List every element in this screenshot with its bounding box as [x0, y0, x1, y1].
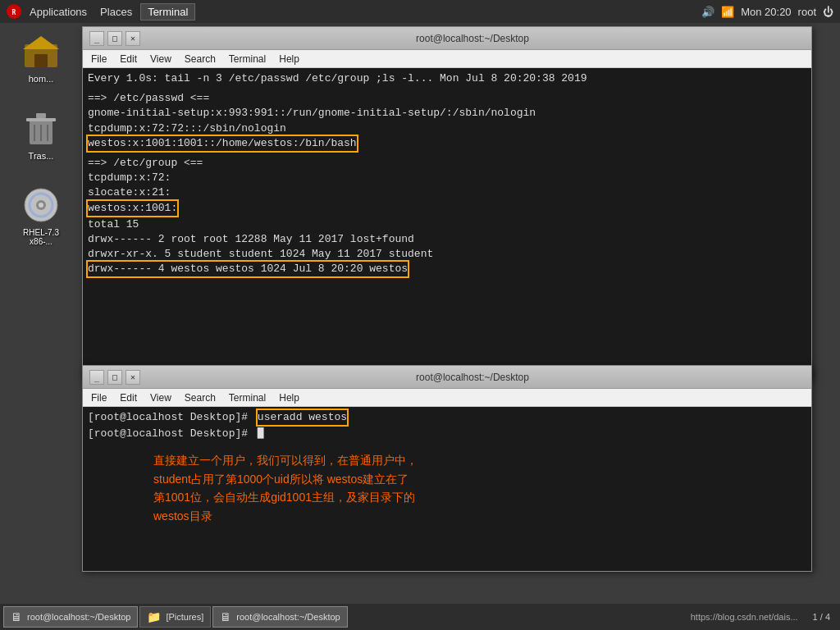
- taskbar-bottom: 🖥 root@localhost:~/Desktop 📁 [Pictures] …: [0, 604, 840, 630]
- rhel-logo: R: [7, 4, 21, 19]
- terminal-title-1: root@localhost:~/Desktop: [140, 33, 805, 44]
- passwd-line3-highlight: westos:x:1001:1001::/home/westos:/bin/ba…: [88, 136, 806, 151]
- terminal-window-2: _ □ ✕ root@localhost:~/Desktop File Edit…: [82, 365, 812, 572]
- passwd-westos-highlight: westos:x:1001:1001::/home/westos:/bin/ba…: [88, 136, 357, 151]
- taskbar-top: R Applications Places Terminal 🔊 📶 Mon 2…: [0, 0, 840, 23]
- terminal-icon-2: 🖥: [220, 610, 231, 623]
- taskbar-page: 1 / 4: [806, 610, 837, 623]
- menu-help-1[interactable]: Help: [274, 52, 304, 66]
- svg-rect-6: [26, 118, 56, 121]
- ls-line1: drwx------ 2 root root 12288 May 11 2017…: [88, 232, 806, 247]
- taskbar-label-terminal-1: root@localhost:~/Desktop: [27, 612, 130, 622]
- menu-file-1[interactable]: File: [86, 52, 112, 66]
- taskbar-item-terminal-2[interactable]: 🖥 root@localhost:~/Desktop: [212, 606, 347, 628]
- group-line3-highlight: westos:x:1001:: [88, 201, 806, 216]
- menu-view-1[interactable]: View: [145, 52, 176, 66]
- places-menu[interactable]: Places: [95, 4, 137, 20]
- close-button-2[interactable]: ✕: [126, 370, 140, 385]
- menu-search-1[interactable]: Search: [180, 52, 221, 66]
- ls-westos-highlight: drwx------ 4 westos westos 1024 Jul 8 20…: [88, 262, 408, 276]
- header-line: Every 1.0s: tail -n 3 /etc/passwd /etc/g…: [88, 71, 806, 86]
- terminal-menu-top[interactable]: Terminal: [140, 3, 195, 21]
- prompt-2: [root@localhost Desktop]#: [88, 427, 248, 440]
- menu-file-2[interactable]: File: [86, 390, 112, 405]
- terminal-body-1[interactable]: Every 1.0s: tail -n 3 /etc/passwd /etc/g…: [83, 68, 811, 380]
- network-icon[interactable]: 📶: [721, 6, 734, 18]
- applications-menu[interactable]: Applications: [25, 4, 92, 20]
- window-controls-1: _ □ ✕: [89, 31, 140, 46]
- passwd-line1: gnome-initial-setup:x:993:991::/run/gnom…: [88, 106, 806, 121]
- maximize-button-2[interactable]: □: [107, 370, 122, 385]
- maximize-button-1[interactable]: □: [107, 31, 122, 46]
- annotation-text: 直接建立一个用户，我们可以得到，在普通用户中， student占用了第1000个…: [153, 451, 806, 525]
- svg-text:R: R: [12, 9, 16, 16]
- svg-point-13: [39, 203, 43, 208]
- ls-total: total 15: [88, 217, 806, 232]
- terminal-icon-1: 🖥: [11, 610, 22, 623]
- power-icon[interactable]: ⏻: [823, 6, 833, 18]
- taskbar-label-terminal-2: root@localhost:~/Desktop: [236, 612, 340, 622]
- time-display: Mon 20:20: [741, 6, 791, 18]
- taskbar-url: https://blog.csdn.net/dais...: [684, 610, 805, 623]
- group-line1: tcpdump:x:72:: [88, 171, 806, 185]
- terminal-titlebar-1: _ □ ✕ root@localhost:~/Desktop: [83, 27, 811, 50]
- terminal-title-2: root@localhost:~/Desktop: [140, 372, 805, 383]
- group-line2: slocate:x:21:: [88, 185, 806, 200]
- group-westos-highlight: westos:x:1001:: [88, 201, 177, 216]
- volume-icon[interactable]: 🔊: [701, 6, 714, 18]
- useradd-command-highlight: useradd westos: [258, 410, 347, 425]
- folder-icon: 📁: [147, 610, 161, 623]
- terminal-menubar-2: File Edit View Search Terminal Help: [83, 389, 811, 407]
- terminal-menubar-1: File Edit View Search Terminal Help: [83, 50, 811, 68]
- menu-edit-1[interactable]: Edit: [115, 52, 142, 66]
- menu-view-2[interactable]: View: [145, 390, 176, 405]
- cursor: █: [258, 427, 264, 440]
- ls-line3-highlight: drwx------ 4 westos westos 1024 Jul 8 20…: [88, 262, 806, 276]
- svg-marker-3: [23, 36, 59, 49]
- trash-folder-icon: [21, 108, 61, 148]
- menu-terminal-2[interactable]: Terminal: [224, 390, 271, 405]
- user-display: root: [798, 6, 816, 18]
- trash-icon-desktop[interactable]: Tras...: [21, 108, 61, 161]
- menu-help-2[interactable]: Help: [274, 390, 304, 405]
- menu-edit-2[interactable]: Edit: [115, 390, 142, 405]
- dvd-icon-desktop[interactable]: RHEL-7.3 x86-...: [21, 185, 61, 246]
- dvd-disk-icon: [21, 185, 61, 225]
- minimize-button-1[interactable]: _: [89, 31, 104, 46]
- minimize-button-2[interactable]: _: [89, 370, 104, 385]
- window-controls-2: _ □ ✕: [89, 370, 140, 385]
- command-line-1: [root@localhost Desktop]# useradd westos: [88, 410, 806, 425]
- menu-terminal-1[interactable]: Terminal: [224, 52, 271, 66]
- trash-icon-label: Tras...: [29, 151, 54, 161]
- home-icon-label: hom...: [29, 74, 54, 84]
- terminal-window-1: _ □ ✕ root@localhost:~/Desktop File Edit…: [82, 26, 812, 381]
- home-icon-desktop[interactable]: hom...: [21, 31, 61, 84]
- home-folder-icon: [21, 31, 61, 71]
- command-line-2: [root@localhost Desktop]# █: [88, 427, 806, 441]
- url-text: https://blog.csdn.net/dais...: [691, 612, 798, 622]
- passwd-line2: tcpdump:x:72:72:::/sbin/nologin: [88, 121, 806, 136]
- dvd-icon-label: RHEL-7.3 x86-...: [23, 228, 59, 246]
- prompt-1: [root@localhost Desktop]#: [88, 411, 248, 423]
- taskbar-label-pictures: [Pictures]: [166, 612, 203, 622]
- close-button-1[interactable]: ✕: [126, 31, 140, 46]
- menu-search-2[interactable]: Search: [180, 390, 221, 405]
- terminal-body-2[interactable]: [root@localhost Desktop]# useradd westos…: [83, 407, 811, 571]
- svg-rect-4: [34, 54, 48, 67]
- ls-line2: drwxr-xr-x. 5 student student 1024 May 1…: [88, 247, 806, 262]
- taskbar-item-terminal-1[interactable]: 🖥 root@localhost:~/Desktop: [3, 606, 138, 628]
- terminal-titlebar-2: _ □ ✕ root@localhost:~/Desktop: [83, 366, 811, 389]
- taskbar-item-pictures[interactable]: 📁 [Pictures]: [139, 606, 211, 628]
- group-header: ==> /etc/group <==: [88, 156, 806, 171]
- sidebar: hom... Tras... RHEL-7.3 x86-...: [0, 23, 82, 630]
- passwd-header: ==> /etc/passwd <==: [88, 91, 806, 106]
- svg-rect-7: [36, 113, 46, 118]
